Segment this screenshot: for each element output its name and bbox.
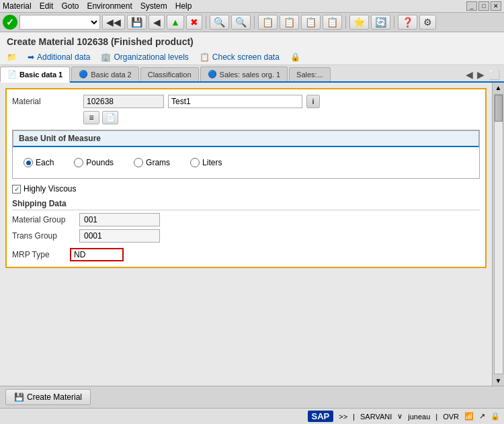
trans-group-label: Trans Group xyxy=(12,231,79,241)
tab-icon-2: 🔵 xyxy=(79,70,88,79)
scrollbar: ▲ ▼ xyxy=(492,83,504,386)
first-btn[interactable]: ◀◀ xyxy=(102,15,125,30)
folder-icon: 📁 xyxy=(7,52,17,62)
search-btn-1[interactable]: 🔍 xyxy=(210,15,229,30)
status-server: | xyxy=(353,413,355,421)
bookmark-btn[interactable]: ⭐ xyxy=(349,15,369,30)
tab-prev-btn[interactable]: ◀ xyxy=(464,69,474,80)
highly-viscous-label: Highly Viscous xyxy=(24,184,76,194)
status-right: SAP >> | SARVANI ∨ juneau | OVR 📶 ↗ 🔒 xyxy=(308,411,500,422)
settings-btn[interactable]: ⚙ xyxy=(419,15,436,30)
mrp-type-input[interactable] xyxy=(70,248,124,261)
highly-viscous-checkbox[interactable]: ✓ xyxy=(12,185,21,194)
icon-btn-row: ≡ 📄 xyxy=(12,111,480,124)
additional-data-label: Additional data xyxy=(37,52,90,62)
tab-label-3: Classification xyxy=(148,71,192,79)
info-button[interactable]: i xyxy=(306,95,320,108)
menu-item-help[interactable]: Help xyxy=(175,1,192,11)
tab-basic-data-2[interactable]: 🔵 Basic data 2 xyxy=(71,67,139,81)
create-btn-bar: 💾 Create Material xyxy=(0,386,504,408)
radio-pounds-indicator xyxy=(74,158,83,167)
radio-pounds[interactable]: Pounds xyxy=(74,158,114,167)
separator-3 xyxy=(345,15,346,29)
tab-menu-btn[interactable]: ⬜ xyxy=(487,69,501,80)
copy-btn-4[interactable]: 📋 xyxy=(323,15,342,30)
additional-data-action[interactable]: ➡ Additional data xyxy=(28,52,90,62)
material-group-row: Material Group 001 xyxy=(12,213,480,226)
radio-grams[interactable]: Grams xyxy=(134,158,170,167)
scroll-up-btn[interactable]: ▲ xyxy=(494,83,503,93)
scrollbar-thumb[interactable] xyxy=(495,95,503,122)
menu-item-system[interactable]: System xyxy=(140,1,167,11)
cancel-btn[interactable]: ✖ xyxy=(186,15,202,30)
separator-4 xyxy=(394,15,394,29)
menu-item-environment[interactable]: Environment xyxy=(87,1,132,11)
radio-grams-label: Grams xyxy=(146,158,170,167)
search-btn-2[interactable]: 🔍 xyxy=(231,15,251,30)
tab-sales-more[interactable]: Sales:... xyxy=(289,67,331,81)
close-button[interactable]: ✕ xyxy=(491,1,501,11)
copy-btn-2[interactable]: 📋 xyxy=(280,15,299,30)
material-group-value[interactable]: 001 xyxy=(79,213,160,226)
page-title: Create Material 102638 (Finished product… xyxy=(0,32,504,50)
copy-btn-3[interactable]: 📋 xyxy=(301,15,321,30)
scroll-down-btn[interactable]: ▼ xyxy=(494,376,503,386)
tab-next-btn[interactable]: ▶ xyxy=(476,69,486,80)
material-number-input[interactable] xyxy=(83,95,164,108)
toolbar: ✓ ◀◀ 💾 ◀ ▲ ✖ 🔍 🔍 📋 📋 📋 📋 ⭐ 🔄 ❓ ⚙ xyxy=(0,13,504,32)
command-dropdown[interactable] xyxy=(19,15,100,30)
maximize-button[interactable]: □ xyxy=(478,1,489,11)
menu-item-goto[interactable]: Goto xyxy=(61,1,79,11)
window-controls: _ □ ✕ xyxy=(466,1,501,11)
help-btn[interactable]: ❓ xyxy=(398,15,417,30)
unit-radio-group: Each Pounds Grams Liters xyxy=(13,153,479,173)
signal-icon: 📶 xyxy=(464,412,474,421)
save-btn[interactable]: 💾 xyxy=(127,15,146,30)
mrp-type-label: MRP Type xyxy=(12,250,66,259)
menu-item-material[interactable]: Material xyxy=(3,1,32,11)
org-levels-icon: 🏢 xyxy=(101,52,111,62)
form-container: Material i ≡ 📄 Base Unit of Measure Each xyxy=(5,88,487,268)
shipping-title: Shipping Data xyxy=(12,199,480,210)
base-unit-section: Base Unit of Measure Each Pounds Grams xyxy=(12,130,480,179)
menu-item-edit[interactable]: Edit xyxy=(40,1,54,11)
up-btn[interactable]: ▲ xyxy=(167,15,184,30)
trans-group-row: Trans Group 0001 xyxy=(12,229,480,243)
form-panel: Material i ≡ 📄 Base Unit of Measure Each xyxy=(0,83,492,386)
menu-bar: Material Edit Goto Environment System He… xyxy=(0,0,504,13)
transfer-icon: ↗ xyxy=(479,412,485,421)
radio-each[interactable]: Each xyxy=(24,158,54,167)
status-arrows: >> xyxy=(339,413,347,421)
folder-action[interactable]: 📁 xyxy=(7,52,17,62)
lock-status-icon: 🔒 xyxy=(491,412,500,421)
action-bar: 📁 ➡ Additional data 🏢 Organizational lev… xyxy=(0,50,504,65)
layout-btn[interactable]: 🔄 xyxy=(371,15,390,30)
tab-classification[interactable]: Classification xyxy=(140,67,199,81)
copy-btn-1[interactable]: 📋 xyxy=(258,15,278,30)
match-btn[interactable]: ≡ xyxy=(83,111,99,124)
lock-action[interactable]: 🔒 xyxy=(290,52,300,62)
minimize-button[interactable]: _ xyxy=(466,1,477,11)
tab-basic-data-1[interactable]: 📄 Basic data 1 xyxy=(0,67,70,83)
highly-viscous-row: ✓ Highly Viscous xyxy=(12,184,480,194)
create-material-button[interactable]: 💾 Create Material xyxy=(5,389,91,405)
scrollbar-track[interactable] xyxy=(494,94,503,374)
check-screen-action[interactable]: 📋 Check screen data xyxy=(200,52,280,62)
material-name-input[interactable] xyxy=(168,95,302,108)
radio-each-indicator xyxy=(24,158,33,167)
radio-liters[interactable]: Liters xyxy=(190,158,222,167)
material-row: Material i xyxy=(12,95,480,108)
separator-1 xyxy=(206,15,206,29)
trans-group-value[interactable]: 0001 xyxy=(79,229,160,243)
back-btn[interactable]: ◀ xyxy=(149,15,165,30)
tab-label-2: Basic data 2 xyxy=(91,71,132,79)
tab-sales-org[interactable]: 🔵 Sales: sales org. 1 xyxy=(200,67,288,81)
create-material-label: Create Material xyxy=(27,392,82,402)
mrp-type-row: MRP Type xyxy=(12,248,480,261)
create-floppy-icon: 💾 xyxy=(14,392,24,402)
material-label: Material xyxy=(12,97,79,106)
check-icon[interactable]: ✓ xyxy=(3,15,17,30)
org-levels-action[interactable]: 🏢 Organizational levels xyxy=(101,52,188,62)
status-sep1: ∨ xyxy=(397,412,403,421)
document-btn[interactable]: 📄 xyxy=(102,111,118,124)
